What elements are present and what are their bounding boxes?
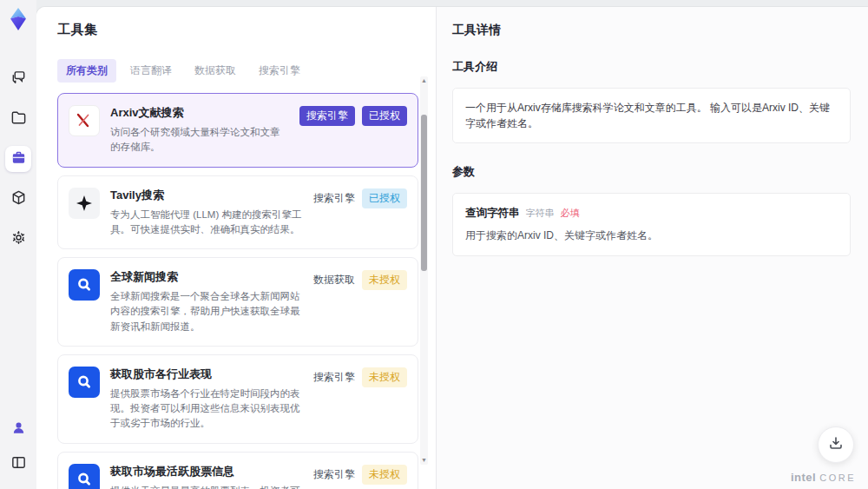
sidebar-item-files[interactable]: [5, 106, 31, 132]
scrollbar-thumb[interactable]: [421, 115, 427, 271]
tab-category-1[interactable]: 语言翻译: [122, 59, 181, 83]
intro-heading: 工具介绍: [452, 59, 851, 75]
tool-tags: 搜索引擎未授权: [313, 367, 407, 432]
tool-name: 获取市场最活跃股票信息: [110, 464, 303, 479]
param-name: 查询字符串: [465, 206, 520, 221]
params-heading: 参数: [452, 164, 851, 180]
category-tag: 搜索引擎: [299, 106, 355, 126]
param-desc: 用于搜索的Arxiv ID、关键字或作者姓名。: [465, 228, 838, 243]
download-button[interactable]: [818, 426, 854, 463]
tool-card-body: 获取市场最活跃股票信息提供当天交易量最高的股票列表。投资者可以利用这些信息来识别…: [110, 464, 303, 489]
tool-list-pane: 工具集 所有类别语言翻译数据获取搜索引擎 Arxiv文献搜索访问各个研究领域大量…: [36, 7, 436, 489]
tool-card-body: Tavily搜索专为人工智能代理 (LLM) 构建的搜索引擎工具。可快速提供实时…: [110, 188, 303, 238]
category-tag: 数据获取: [313, 270, 355, 290]
tool-name: Tavily搜索: [110, 188, 303, 203]
tool-name: 获取股市各行业表现: [110, 367, 303, 382]
folder-icon: [10, 109, 27, 129]
scrollbar-up-arrow[interactable]: ▲: [420, 76, 428, 85]
auth-status-badge: 未授权: [362, 270, 407, 290]
tab-category-3[interactable]: 搜索引擎: [250, 59, 309, 83]
tool-tags: 搜索引擎已授权: [299, 105, 407, 155]
tool-desc: 全球新闻搜索是一个聚合全球各大新闻网站内容的搜索引擎，帮助用户快速获取全球最新资…: [110, 289, 303, 334]
tool-desc: 访问各个研究领域大量科学论文和文章的存储库。: [110, 125, 289, 155]
tool-detail-pane: 工具详情 工具介绍 一个用于从Arxiv存储库搜索科学论文和文章的工具。 输入可…: [436, 7, 868, 489]
detail-title: 工具详情: [452, 23, 851, 38]
tool-desc: 专为人工智能代理 (LLM) 构建的搜索引擎工具。可快速提供实时、准确和真实的结…: [110, 208, 303, 238]
download-icon: [828, 435, 844, 454]
chat-icon: [10, 69, 27, 89]
user-icon: [10, 420, 27, 439]
sidebar: [0, 0, 36, 489]
search-blue-icon: [69, 464, 100, 489]
panel-icon: [10, 454, 27, 474]
category-tag: 搜索引擎: [313, 367, 355, 387]
app-window: 工具集 所有类别语言翻译数据获取搜索引擎 Arxiv文献搜索访问各个研究领域大量…: [0, 0, 868, 489]
auth-status-badge: 已授权: [362, 106, 407, 126]
tool-desc: 提供当天交易量最高的股票列表。投资者可以利用这些信息来识别流动性强的股票和潜在的…: [110, 484, 303, 489]
tool-card-3[interactable]: 获取股市各行业表现提供股票市场各个行业在特定时间段内的表现。投资者可以利用这些信…: [57, 354, 418, 444]
intro-text: 一个用于从Arxiv存储库搜索科学论文和文章的工具。 输入可以是Arxiv ID…: [452, 88, 851, 143]
category-tabs: 所有类别语言翻译数据获取搜索引擎: [57, 59, 436, 83]
param-required-badge: 必填: [561, 207, 580, 220]
page-title: 工具集: [57, 22, 436, 38]
auth-status-badge: 未授权: [362, 367, 407, 387]
tool-list: Arxiv文献搜索访问各个研究领域大量科学论文和文章的存储库。搜索引擎已授权Ta…: [57, 93, 418, 489]
sidebar-item-chat[interactable]: [5, 66, 31, 92]
tool-tags: 数据获取未授权: [313, 269, 407, 334]
sidebar-item-profile[interactable]: [5, 416, 31, 442]
tab-category-2[interactable]: 数据获取: [186, 59, 245, 83]
tavily-icon: [69, 188, 100, 219]
tool-tags: 搜索引擎已授权: [313, 188, 407, 238]
intel-core-logo: intel CORE: [791, 471, 856, 484]
main-content: 工具集 所有类别语言翻译数据获取搜索引擎 Arxiv文献搜索访问各个研究领域大量…: [36, 7, 868, 489]
list-scrollbar[interactable]: ▲ ▼: [420, 76, 428, 465]
tool-tags: 搜索引擎未授权: [313, 464, 407, 489]
briefcase-icon: [10, 149, 27, 169]
cube-icon: [10, 189, 27, 209]
sidebar-nav: [5, 66, 31, 252]
tool-card-2[interactable]: 全球新闻搜索全球新闻搜索是一个聚合全球各大新闻网站内容的搜索引擎，帮助用户快速获…: [57, 257, 418, 347]
tool-card-0[interactable]: Arxiv文献搜索访问各个研究领域大量科学论文和文章的存储库。搜索引擎已授权: [57, 93, 418, 168]
param-type: 字符串: [526, 207, 555, 220]
tool-name: Arxiv文献搜索: [110, 105, 289, 121]
sidebar-item-settings[interactable]: [5, 226, 31, 252]
auth-status-badge: 已授权: [362, 188, 407, 208]
app-logo-icon: [6, 7, 30, 31]
search-blue-icon: [69, 367, 100, 398]
scrollbar-down-arrow[interactable]: ▼: [420, 456, 428, 465]
category-tag: 搜索引擎: [313, 465, 355, 485]
tool-card-body: Arxiv文献搜索访问各个研究领域大量科学论文和文章的存储库。: [110, 105, 289, 155]
sidebar-item-collapse[interactable]: [5, 451, 31, 477]
category-tag: 搜索引擎: [313, 188, 355, 208]
tool-desc: 提供股票市场各个行业在特定时间段内的表现。投资者可以利用这些信息来识别表现优于或…: [110, 387, 303, 432]
auth-status-badge: 未授权: [362, 465, 407, 485]
sidebar-item-models[interactable]: [5, 186, 31, 212]
search-blue-icon: [69, 269, 100, 301]
tool-card-body: 全球新闻搜索全球新闻搜索是一个聚合全球各大新闻网站内容的搜索引擎，帮助用户快速获…: [110, 269, 303, 334]
gear-icon: [10, 229, 27, 249]
param-card: 查询字符串 字符串 必填 用于搜索的Arxiv ID、关键字或作者姓名。: [452, 193, 851, 256]
tab-category-0[interactable]: 所有类别: [57, 59, 116, 83]
tool-card-4[interactable]: 获取市场最活跃股票信息提供当天交易量最高的股票列表。投资者可以利用这些信息来识别…: [57, 452, 418, 489]
tool-card-1[interactable]: Tavily搜索专为人工智能代理 (LLM) 构建的搜索引擎工具。可快速提供实时…: [57, 175, 418, 250]
tool-card-body: 获取股市各行业表现提供股票市场各个行业在特定时间段内的表现。投资者可以利用这些信…: [110, 367, 303, 432]
arxiv-icon: [69, 105, 100, 136]
tool-name: 全球新闻搜索: [110, 269, 303, 285]
sidebar-item-toolbox[interactable]: [5, 146, 31, 172]
